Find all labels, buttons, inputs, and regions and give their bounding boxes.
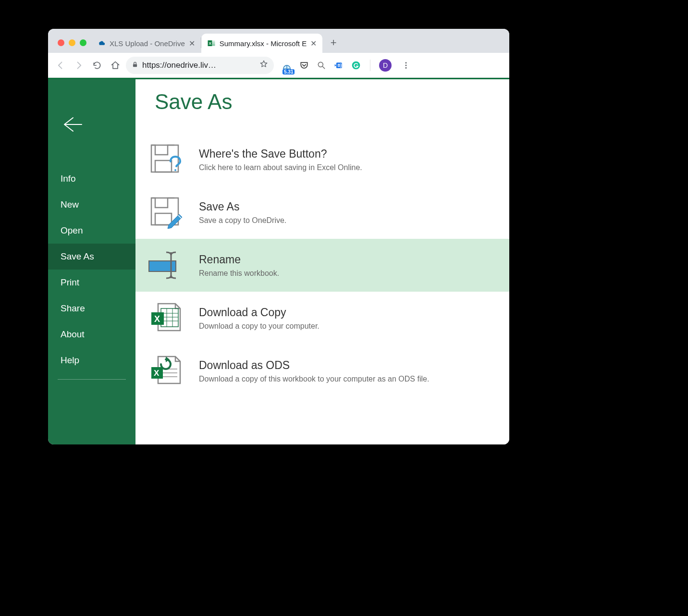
- extension-pocket-icon[interactable]: [299, 60, 309, 71]
- svg-line-9: [323, 66, 325, 68]
- window-controls: [54, 39, 91, 53]
- option-title: Save As: [199, 200, 286, 213]
- svg-text:X: X: [154, 369, 160, 378]
- sidebar-item-label: New: [61, 199, 79, 209]
- option-title: Download as ODS: [199, 359, 429, 372]
- sidebar-item-print[interactable]: Print: [48, 270, 135, 296]
- svg-rect-21: [149, 261, 176, 271]
- svg-rect-6: [133, 64, 137, 67]
- sidebar-item-info[interactable]: Info: [48, 166, 135, 192]
- tab-onedrive-upload[interactable]: XLS Upload - OneDrive ✕: [91, 34, 201, 53]
- sidebar-item-save-as[interactable]: Save As: [48, 244, 135, 270]
- svg-rect-19: [155, 213, 172, 225]
- svg-rect-3: [212, 42, 215, 43]
- sidebar-item-label: Info: [61, 173, 76, 184]
- sidebar-item-label: Help: [61, 355, 79, 365]
- sidebar-item-label: Open: [61, 225, 83, 235]
- option-save-as[interactable]: Save As Save a copy to OneDrive.: [135, 186, 509, 239]
- sidebar-item-label: Print: [61, 277, 79, 287]
- sidebar-item-label: About: [61, 329, 85, 339]
- svg-text:B): B): [338, 63, 342, 68]
- svg-point-12: [352, 61, 360, 69]
- svg-text:X: X: [154, 314, 160, 324]
- browser-toolbar: https://onedrive.liv… 5.31 B): [48, 53, 509, 78]
- reload-button[interactable]: [89, 58, 105, 73]
- option-description: Download a copy of this workbook to your…: [199, 375, 429, 383]
- option-text: Download as ODS Download a copy of this …: [199, 359, 429, 383]
- option-description: Rename this workbook.: [199, 269, 279, 278]
- sidebar-item-label: Save As: [61, 251, 94, 261]
- nav-back-button[interactable]: [53, 58, 68, 73]
- sidebar-divider: [58, 379, 126, 380]
- save-question-icon: [147, 142, 184, 177]
- toolbar-separator: [370, 60, 370, 71]
- svg-point-13: [405, 62, 407, 63]
- option-download-copy[interactable]: X Download a Copy Download a copy to you…: [135, 292, 509, 345]
- page-content: Info New Open Save As Print Share About …: [48, 78, 509, 444]
- sidebar-menu: Info New Open Save As Print Share About …: [48, 166, 135, 380]
- extension-timer-icon[interactable]: 5.31: [282, 60, 292, 71]
- bookmark-star-icon[interactable]: [259, 60, 268, 71]
- lock-icon: [132, 61, 138, 70]
- option-title: Download a Copy: [199, 306, 319, 319]
- extension-search-icon[interactable]: [316, 60, 327, 71]
- browser-window: XLS Upload - OneDrive ✕ X Summary.xlsx -…: [48, 29, 509, 444]
- home-button[interactable]: [108, 58, 123, 73]
- option-text: Save As Save a copy to OneDrive.: [199, 200, 286, 225]
- svg-point-15: [405, 67, 407, 68]
- excel-ods-icon: X: [147, 353, 184, 389]
- svg-rect-5: [212, 45, 215, 46]
- page-heading: Save As: [155, 90, 509, 114]
- svg-rect-4: [212, 44, 215, 45]
- window-minimize-dot[interactable]: [69, 39, 75, 46]
- option-download-ods[interactable]: X Download as ODS Download a copy of thi…: [135, 345, 509, 397]
- profile-avatar[interactable]: D: [379, 59, 392, 72]
- svg-rect-17: [155, 160, 172, 172]
- window-maximize-dot[interactable]: [80, 39, 86, 46]
- back-arrow-button[interactable]: [61, 116, 83, 135]
- sidebar-item-share[interactable]: Share: [48, 296, 135, 321]
- sidebar-item-open[interactable]: Open: [48, 218, 135, 244]
- svg-point-14: [405, 64, 407, 66]
- main-panel: Save As Where's the Save Button? Click h…: [135, 79, 509, 444]
- svg-text:X: X: [209, 41, 211, 46]
- tab-title: Summary.xlsx - Microsoft E: [220, 39, 307, 48]
- excel-icon: X: [207, 39, 216, 48]
- option-text: Where's the Save Button? Click here to l…: [199, 148, 362, 172]
- option-title: Rename: [199, 253, 279, 266]
- sidebar-item-about[interactable]: About: [48, 321, 135, 347]
- address-bar[interactable]: https://onedrive.liv…: [126, 57, 274, 74]
- close-tab-icon[interactable]: ✕: [189, 39, 195, 48]
- avatar-initial: D: [383, 62, 388, 69]
- url-text: https://onedrive.liv…: [142, 61, 256, 70]
- svg-rect-2: [212, 41, 215, 42]
- sidebar-item-new[interactable]: New: [48, 192, 135, 218]
- window-close-dot[interactable]: [58, 39, 64, 46]
- rename-icon: [147, 247, 184, 283]
- option-description: Save a copy to OneDrive.: [199, 216, 286, 225]
- extension-badge: 5.31: [283, 69, 295, 74]
- onedrive-icon: [97, 39, 106, 48]
- tab-title: XLS Upload - OneDrive: [110, 39, 185, 48]
- save-pencil-icon: [147, 195, 184, 230]
- sidebar-item-label: Share: [61, 303, 85, 313]
- tab-strip: XLS Upload - OneDrive ✕ X Summary.xlsx -…: [48, 29, 509, 53]
- close-tab-icon[interactable]: ✕: [310, 39, 317, 48]
- option-text: Rename Rename this workbook.: [199, 253, 279, 278]
- option-description: Download a copy to your computer.: [199, 322, 319, 331]
- backstage-sidebar: Info New Open Save As Print Share About …: [48, 79, 135, 444]
- option-wheres-save[interactable]: Where's the Save Button? Click here to l…: [135, 133, 509, 186]
- new-tab-button[interactable]: +: [325, 35, 342, 51]
- option-rename[interactable]: Rename Rename this workbook.: [135, 239, 509, 292]
- extension-grammarly-icon[interactable]: [351, 60, 361, 71]
- browser-menu-button[interactable]: [398, 58, 414, 73]
- sidebar-item-help[interactable]: Help: [48, 347, 135, 373]
- extension-icons: 5.31 B) D: [282, 58, 414, 73]
- extension-blue-icon[interactable]: B): [333, 60, 344, 71]
- option-text: Download a Copy Download a copy to your …: [199, 306, 319, 331]
- tab-excel-summary[interactable]: X Summary.xlsx - Microsoft E ✕: [201, 34, 322, 53]
- option-title: Where's the Save Button?: [199, 148, 362, 160]
- excel-doc-icon: X: [147, 300, 184, 336]
- nav-forward-button[interactable]: [71, 58, 86, 73]
- option-description: Click here to learn about saving in Exce…: [199, 163, 362, 172]
